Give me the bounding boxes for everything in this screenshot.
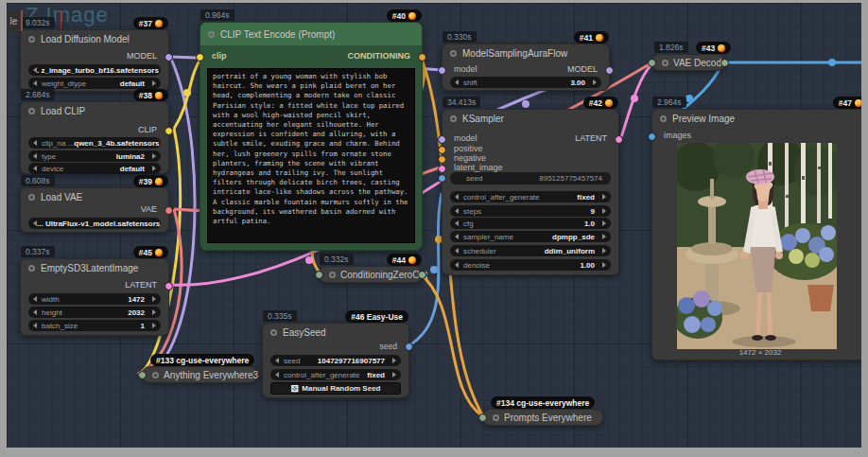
next-arrow-icon[interactable] — [602, 234, 606, 239]
prev-arrow-icon[interactable] — [33, 166, 37, 171]
collapse-toggle-icon[interactable] — [660, 115, 667, 122]
widget-seed[interactable]: seed1047297716907577 — [270, 355, 401, 366]
widget-steps[interactable]: steps9 — [450, 205, 611, 217]
node-preview-image[interactable]: 2.964s #47 Preview Image images — [651, 109, 861, 360]
prev-arrow-icon[interactable] — [455, 262, 459, 268]
negative-input-port[interactable] — [438, 155, 446, 164]
widget-control-after-generate[interactable]: control_after_generatefixed — [270, 369, 401, 380]
model-output-port[interactable] — [605, 66, 614, 75]
clip-input-port[interactable] — [196, 53, 204, 62]
prev-arrow-icon[interactable] — [455, 234, 459, 239]
next-arrow-icon[interactable] — [152, 166, 156, 171]
prev-arrow-icon[interactable] — [455, 208, 459, 214]
widget-sampler-name[interactable]: sampler_namedpmpp_sde — [450, 231, 611, 242]
next-arrow-icon[interactable] — [152, 296, 156, 302]
collapsed-output-port[interactable] — [418, 271, 426, 279]
vae-output-port[interactable] — [165, 206, 173, 215]
latent-output-port[interactable] — [615, 135, 623, 144]
prev-arrow-icon[interactable] — [33, 296, 37, 302]
node-prompts-everywhere[interactable]: #134 cg-use-everywhere Prompts Everywher… — [482, 409, 603, 426]
next-arrow-icon[interactable] — [602, 248, 606, 254]
node-conditioning-zero-out[interactable]: 0.332s #44 ConditioningZeroOut — [319, 266, 423, 283]
collapsed-output-port[interactable] — [720, 59, 729, 67]
node-model-sampling-auraflow[interactable]: 0.330s #41 ModelSamplingAuraFlow model M… — [442, 44, 610, 91]
model-input-port[interactable] — [438, 135, 446, 144]
prev-arrow-icon[interactable] — [455, 220, 459, 226]
prev-arrow-icon[interactable] — [33, 80, 37, 86]
collapse-toggle-icon[interactable] — [152, 372, 159, 378]
collapse-toggle-icon[interactable] — [28, 265, 35, 272]
prev-arrow-icon[interactable] — [33, 323, 37, 328]
prev-arrow-icon[interactable] — [455, 79, 459, 85]
conditioning-output-port[interactable] — [418, 53, 426, 62]
widget-shift[interactable]: shift3.00 — [450, 77, 601, 88]
collapsed-input-port[interactable] — [478, 413, 487, 422]
widget-width[interactable]: width1472 — [28, 293, 161, 305]
node-load-vae[interactable]: 0.608s #39 Load VAE VAE ... UltraFlux-v1… — [20, 187, 169, 233]
images-input-port[interactable] — [648, 132, 656, 141]
node-vae-decode[interactable]: 1.826s #43 VAE Decode — [651, 54, 725, 71]
preview-image[interactable] — [677, 143, 837, 349]
collapse-toggle-icon[interactable] — [662, 60, 668, 66]
node-easy-seed[interactable]: 0.335s #46 Easy-Use EasySeed seed seed10… — [262, 323, 409, 398]
prompt-textarea[interactable]: portrait of a young woman with stylish b… — [207, 68, 415, 243]
next-arrow-icon[interactable] — [602, 220, 606, 226]
collapsed-input-port[interactable] — [315, 271, 323, 279]
next-arrow-icon[interactable] — [593, 79, 597, 85]
node-load-clip[interactable]: 2.684s #38 Load CLIP CLIP clip_na ...qwe… — [20, 101, 169, 174]
manual-random-seed-button[interactable]: ⚄Manual Random Seed — [270, 382, 401, 395]
model-input-port[interactable] — [438, 66, 446, 75]
latent-output-port[interactable] — [165, 282, 173, 290]
node-anything-everywhere3[interactable]: #133 cg-use-everywhere Anything Everywhe… — [142, 366, 257, 383]
widget-device[interactable]: devicedefault — [28, 163, 161, 174]
node-empty-sd3-latent[interactable]: 0.337s #45 EmptySD3LatentImage LATENT wi… — [20, 258, 169, 336]
model-output-port[interactable] — [165, 53, 173, 62]
edge-panel-tab[interactable]: le — [7, 10, 23, 31]
collapsed-input-port[interactable] — [648, 59, 656, 67]
collapse-toggle-icon[interactable] — [450, 50, 457, 57]
collapse-toggle-icon[interactable] — [28, 108, 35, 114]
node-graph-canvas[interactable]: Z Image le 9.032s #37 Load Diffusion Mod… — [7, 3, 861, 448]
widget-denoise[interactable]: denoise1.00 — [450, 259, 611, 271]
collapse-toggle-icon[interactable] — [28, 194, 35, 201]
collapse-toggle-icon[interactable] — [28, 36, 35, 43]
prev-arrow-icon[interactable] — [275, 372, 279, 378]
next-arrow-icon[interactable] — [602, 208, 606, 214]
widget-clip-name[interactable]: clip_na ...qwen_3_4b.safetensors — [28, 137, 161, 149]
collapse-toggle-icon[interactable] — [450, 115, 457, 122]
latent-image-input-port[interactable] — [438, 165, 446, 173]
next-arrow-icon[interactable] — [392, 372, 396, 378]
prev-arrow-icon[interactable] — [455, 194, 459, 200]
node-load-diffusion-model[interactable]: 9.032s #37 Load Diffusion Model MODEL . … — [20, 29, 169, 92]
widget-weight-dtype[interactable]: weight_dtypedefault — [28, 78, 161, 89]
next-arrow-icon[interactable] — [152, 323, 156, 328]
prev-arrow-icon[interactable] — [33, 153, 37, 159]
node-clip-text-encode[interactable]: 0.964s #40 CLIP Text Encode (Prompt) cli… — [200, 22, 423, 251]
widget-batch-size[interactable]: batch_size1 — [28, 320, 161, 331]
next-arrow-icon[interactable] — [152, 153, 156, 159]
collapse-toggle-icon[interactable] — [270, 329, 277, 336]
collapse-toggle-icon[interactable] — [329, 272, 336, 278]
collapse-toggle-icon[interactable] — [493, 414, 499, 421]
next-arrow-icon[interactable] — [152, 80, 156, 86]
widget-scheduler[interactable]: schedulerddim_uniform — [450, 245, 611, 256]
prev-arrow-icon[interactable] — [275, 358, 279, 363]
next-arrow-icon[interactable] — [392, 358, 396, 363]
prev-arrow-icon[interactable] — [33, 140, 37, 146]
prev-arrow-icon[interactable] — [33, 309, 37, 315]
widget-control-after-generate[interactable]: control_after_generatefixed — [450, 191, 611, 202]
seed-output-port[interactable] — [405, 343, 413, 351]
clip-output-port[interactable] — [165, 127, 173, 135]
positive-input-port[interactable] — [438, 146, 446, 154]
collapsed-input-port[interactable] — [138, 371, 147, 379]
widget-vae-name[interactable]: ... UltraFlux-v1_model.safetensors — [28, 218, 161, 229]
widget-cfg[interactable]: cfg1.0 — [450, 218, 611, 229]
node-ksampler[interactable]: 34.413s #42 KSampler model positive nega… — [442, 109, 619, 275]
next-arrow-icon[interactable] — [602, 194, 606, 200]
seed-input-port[interactable] — [438, 174, 446, 183]
prev-arrow-icon[interactable] — [455, 248, 459, 254]
widget-type[interactable]: typelumina2 — [28, 150, 161, 162]
widget-model-name[interactable]: . z_image_turbo_bf16.safetensors — [28, 64, 161, 76]
collapse-toggle-icon[interactable] — [208, 31, 215, 38]
next-arrow-icon[interactable] — [152, 309, 156, 315]
